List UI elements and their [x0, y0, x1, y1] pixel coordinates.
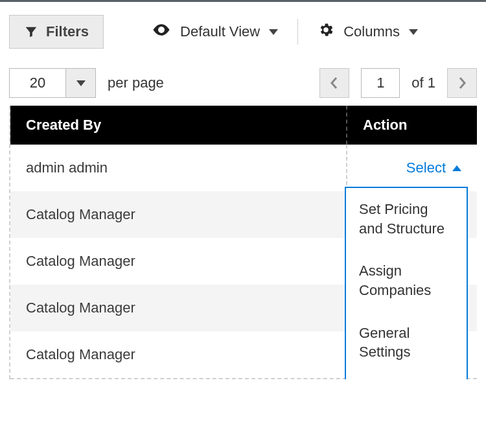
chevron-right-icon: [457, 75, 467, 91]
cell-created-by: Catalog Manager: [10, 285, 347, 331]
cell-created-by: Catalog Manager: [10, 238, 347, 285]
columns-button[interactable]: Columns: [318, 21, 418, 42]
cell-created-by: Catalog Manager: [10, 191, 347, 238]
pagination-bar: 20 per page of 1: [9, 68, 477, 98]
cell-created-by: Catalog Manager: [10, 331, 347, 378]
default-view-button[interactable]: Default View: [152, 20, 278, 43]
table-header: Created By Action: [10, 106, 477, 145]
default-view-label: Default View: [180, 23, 260, 40]
prev-page-button[interactable]: [319, 68, 349, 98]
page-of-label: of 1: [411, 75, 435, 91]
gear-icon: [318, 21, 334, 42]
cell-created-by: admin admin: [10, 145, 347, 191]
current-page-input[interactable]: [361, 68, 400, 98]
per-page-dropdown-button[interactable]: [65, 69, 95, 97]
action-select-label: Select: [406, 159, 446, 176]
chevron-down-icon: [76, 80, 86, 86]
action-select-link[interactable]: Select: [406, 159, 461, 176]
next-page-button[interactable]: [447, 68, 477, 98]
svg-point-0: [160, 29, 163, 32]
chevron-up-icon: [452, 165, 461, 171]
toolbar-divider: [297, 19, 298, 45]
col-header-created-by[interactable]: Created By: [10, 106, 347, 145]
chevron-left-icon: [329, 75, 340, 91]
funnel-icon: [24, 25, 38, 39]
per-page-value: 20: [10, 69, 65, 97]
grid-toolbar: Filters Default View Columns: [9, 15, 477, 49]
columns-label: Columns: [343, 23, 400, 40]
filters-button[interactable]: Filters: [9, 15, 104, 49]
filters-label: Filters: [46, 23, 89, 40]
cell-action: Select: [347, 159, 477, 176]
per-page-label: per page: [108, 75, 164, 91]
action-dropdown-menu: Set Pricing and Structure Assign Compani…: [345, 187, 468, 379]
table-row[interactable]: admin admin Select: [10, 145, 477, 191]
col-header-action: Action: [347, 117, 477, 134]
chevron-down-icon: [409, 29, 418, 35]
eye-icon: [152, 20, 171, 43]
action-delete[interactable]: Delete: [346, 373, 467, 379]
chevron-down-icon: [269, 29, 278, 35]
admin-grid-container: Filters Default View Columns 20 per page: [0, 2, 486, 379]
action-general-settings[interactable]: General Settings: [346, 312, 467, 373]
per-page-select[interactable]: 20: [9, 68, 96, 98]
action-set-pricing[interactable]: Set Pricing and Structure: [346, 188, 467, 250]
data-grid: Created By Action admin admin Select Cat…: [9, 106, 477, 379]
action-assign-companies[interactable]: Assign Companies: [346, 250, 467, 311]
